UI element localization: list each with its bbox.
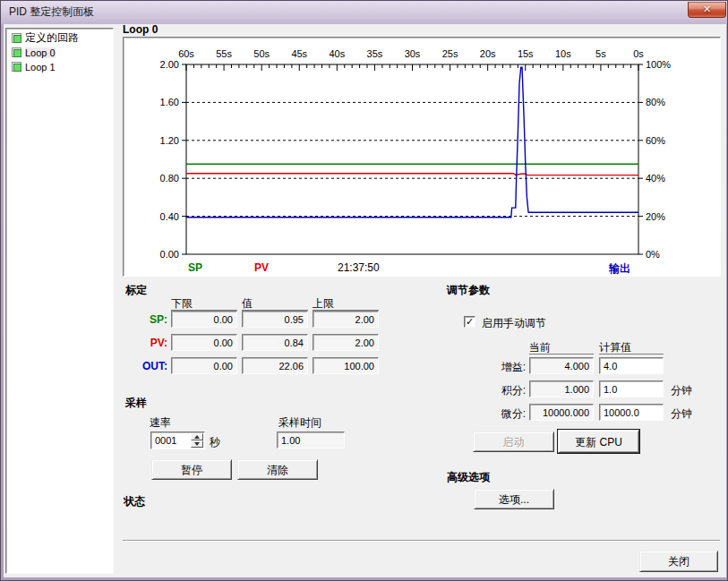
loop-node-icon: [12, 33, 21, 43]
svg-text:35s: 35s: [367, 48, 383, 59]
svg-text:1.20: 1.20: [160, 135, 179, 146]
pv-high-field: 2.00: [313, 334, 379, 351]
loop-node-icon: [12, 47, 21, 57]
rate-spinner[interactable]: 0001: [150, 431, 205, 449]
sample-time-label: 采样时间: [278, 415, 321, 431]
svg-text:80%: 80%: [646, 97, 665, 107]
window-title: PID 整定控制面板: [9, 4, 94, 20]
out-low-field: 0.00: [171, 357, 237, 374]
clear-button[interactable]: 清除: [237, 459, 318, 480]
pid-tuning-dialog: PID 整定控制面板 ✕ 定义的回路 Loop 0 Loop 1 Loop 0 …: [0, 0, 728, 581]
integral-label: 积分:: [474, 383, 526, 398]
pv-row-label: PV:: [124, 337, 167, 349]
trend-plot: 60s55s50s45s40s35s30s25s20s15s10s5s0s2.0…: [124, 38, 720, 276]
svg-text:40%: 40%: [646, 173, 665, 184]
derivative-unit-label: 分钟: [671, 406, 692, 422]
col-header-current: 当前: [529, 340, 594, 355]
calibration-section-title: 标定: [125, 283, 147, 298]
svg-text:60%: 60%: [646, 135, 665, 146]
gain-label: 增益:: [474, 360, 526, 375]
svg-text:20%: 20%: [646, 211, 665, 222]
loop-node-icon: [12, 62, 21, 72]
integral-current-field: 1.000: [529, 380, 594, 397]
col-header-calculated: 计算值: [599, 340, 664, 355]
update-cpu-button[interactable]: 更新 CPU: [558, 430, 639, 453]
manual-tuning-label: 启用手动调节: [482, 316, 546, 331]
dialog-close-button[interactable]: 关闭: [639, 551, 718, 572]
title-bar[interactable]: PID 整定控制面板 ✕: [1, 1, 727, 24]
legend-timestamp: 21:37:50: [338, 261, 380, 274]
integral-calculated-input[interactable]: 1.0: [599, 380, 664, 397]
spinner-up-icon[interactable]: [191, 433, 203, 440]
derivative-current-field: 10000.000: [529, 404, 594, 421]
sampling-section-title: 采样: [125, 396, 147, 411]
tree-item-label: 定义的回路: [25, 30, 79, 46]
svg-text:1.60: 1.60: [160, 97, 179, 107]
out-high-field: 100.00: [313, 357, 379, 374]
svg-text:25s: 25s: [442, 48, 458, 59]
advanced-section-title: 高级选项: [447, 470, 490, 485]
pv-low-field: 0.00: [171, 334, 237, 351]
out-row-label: OUT:: [124, 360, 167, 372]
options-button[interactable]: 选项...: [474, 489, 554, 509]
tree-item-loop1[interactable]: Loop 1: [9, 60, 58, 73]
trend-chart: 60s55s50s45s40s35s30s25s20s15s10s5s0s2.0…: [123, 37, 721, 277]
sp-value-field: 0.95: [242, 311, 308, 328]
svg-text:20s: 20s: [480, 48, 496, 59]
svg-text:0.00: 0.00: [160, 249, 179, 260]
chart-group-label: Loop 0: [123, 23, 158, 36]
svg-text:50s: 50s: [253, 48, 270, 59]
sp-high-field: 2.00: [313, 311, 379, 328]
pause-button[interactable]: 暂停: [151, 459, 232, 480]
col-header-low: 下限: [171, 296, 237, 311]
svg-text:0.40: 0.40: [160, 211, 179, 222]
svg-text:2.00: 2.00: [160, 59, 179, 70]
tree-item-loop0[interactable]: Loop 0: [9, 46, 58, 59]
start-button[interactable]: 启动: [473, 431, 554, 452]
svg-text:0%: 0%: [646, 249, 660, 260]
derivative-label: 微分:: [474, 406, 526, 422]
tree-item-defined-loops[interactable]: 定义的回路: [9, 31, 81, 45]
svg-text:0s: 0s: [633, 48, 644, 59]
status-section-title: 状态: [124, 494, 145, 509]
svg-text:45s: 45s: [291, 48, 307, 59]
legend-output: 输出: [609, 261, 630, 277]
integral-unit-label: 分钟: [671, 383, 692, 398]
col-header-value: 值: [242, 296, 308, 311]
pv-value-field: 0.84: [242, 334, 308, 351]
tuning-section-title: 调节参数: [447, 283, 490, 298]
gain-calculated-input[interactable]: 4.0: [599, 357, 664, 374]
footer-divider: [123, 540, 720, 542]
sp-low-field: 0.00: [171, 311, 237, 328]
rate-unit-label: 秒: [210, 435, 220, 450]
out-value-field: 22.06: [242, 357, 308, 374]
sample-time-field: 1.00: [277, 431, 345, 449]
manual-tuning-checkbox[interactable]: ✓: [464, 316, 475, 328]
svg-text:55s: 55s: [216, 48, 232, 59]
tree-item-label: Loop 1: [25, 62, 56, 73]
svg-text:15s: 15s: [518, 48, 534, 59]
svg-text:60s: 60s: [178, 48, 194, 59]
rate-label: 速率: [150, 415, 171, 431]
legend-pv: PV: [254, 261, 269, 274]
svg-text:5s: 5s: [595, 48, 606, 59]
tree-item-label: Loop 0: [25, 47, 56, 58]
gain-current-field: 4.000: [529, 357, 594, 374]
col-header-high: 上限: [313, 296, 379, 311]
loop-tree[interactable]: 定义的回路 Loop 0 Loop 1: [5, 28, 114, 574]
svg-text:100%: 100%: [646, 59, 671, 70]
svg-text:40s: 40s: [329, 48, 345, 59]
svg-text:30s: 30s: [405, 48, 421, 59]
sp-row-label: SP:: [124, 313, 167, 326]
svg-text:10s: 10s: [555, 48, 571, 59]
spinner-down-icon[interactable]: [191, 440, 203, 448]
close-icon[interactable]: ✕: [688, 2, 726, 18]
svg-text:0.80: 0.80: [160, 173, 179, 184]
legend-sp: SP: [188, 261, 202, 274]
derivative-calculated-input[interactable]: 10000.0: [599, 404, 664, 421]
